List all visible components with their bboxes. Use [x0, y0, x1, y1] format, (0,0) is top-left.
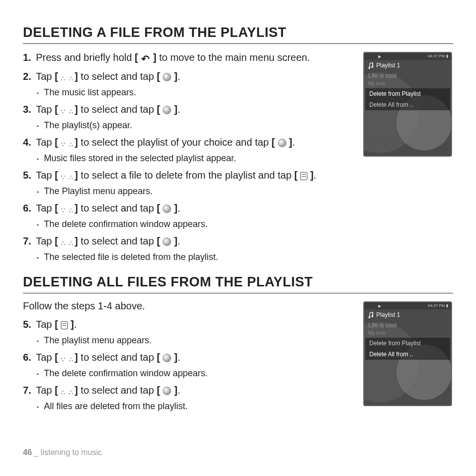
- chapter-name: listening to music: [41, 448, 102, 457]
- steps-section2: Follow the steps 1-4 above. 5.Tap [ ].Th…: [23, 300, 351, 421]
- step-item: 4.Tap [ ∵∴ ] to select the playlist of y…: [23, 136, 351, 149]
- page-footer: 46 _ listening to music: [23, 448, 102, 457]
- step-sub: All files are deleted from the playlist.: [23, 401, 351, 412]
- footer-sep: _: [32, 448, 41, 457]
- battery-icon: ▮: [446, 303, 448, 308]
- step-sub: The playlist menu appears.: [23, 335, 351, 346]
- device2-time: 04:27 PM: [428, 303, 445, 308]
- step-sub: The Playlist menu appears.: [23, 186, 351, 197]
- step-sub: The playlist(s) appear.: [23, 120, 351, 131]
- step-item: 5.Tap [ ∵∴ ] to select a file to delete …: [23, 169, 351, 182]
- steps-section1: 1.Press and briefly hold [ ↶ ] to move t…: [23, 51, 351, 271]
- device1-menu0: Delete from Playlist: [365, 88, 450, 99]
- device2-row1: My love: [364, 330, 451, 337]
- step-sub: The music list appears.: [23, 87, 351, 98]
- play-icon: ▶: [378, 304, 381, 308]
- step-sub: The delete confirmation window appears.: [23, 219, 351, 230]
- step-item: 1.Press and briefly hold [ ↶ ] to move t…: [23, 51, 351, 66]
- device-screenshot-1: ▶ 04:27 PM ▮ Playlist 1 Life is cool My …: [363, 52, 453, 271]
- device1-menu1: Delete All from ..: [365, 99, 450, 110]
- step-item: 5.Tap [ ].: [23, 318, 351, 331]
- section2-intro: Follow the steps 1-4 above.: [23, 300, 351, 312]
- device2-row0: Life is cool: [364, 320, 451, 330]
- step-item: 6.Tap [ ∵∴ ] to select and tap [ ].: [23, 351, 351, 364]
- device2-title: Playlist 1: [376, 311, 400, 318]
- heading-delete-file: DELETING A FILE FROM THE PLAYLIST: [23, 25, 453, 44]
- step-item: 6.Tap [ ∵∴ ] to select and tap [ ].: [23, 202, 351, 215]
- battery-icon: ▮: [446, 54, 448, 58]
- step-item: 2.Tap [ ∴∴ ] to select and tap [ ].: [23, 70, 351, 83]
- device1-row0: Life is cool: [364, 71, 451, 81]
- music-note-icon: [367, 311, 374, 318]
- play-icon: ▶: [378, 54, 381, 59]
- music-note-icon: [367, 62, 374, 69]
- heading-delete-all: DELETING ALL FILES FROM THE PLAYLIST: [23, 274, 453, 293]
- step-item: 7.Tap [ ∴∴ ] to select and tap [ ].: [23, 235, 351, 248]
- step-item: 7.Tap [ ∴∴ ] to select and tap [ ].: [23, 384, 351, 397]
- step-sub: The selected file is deleted from the pl…: [23, 252, 351, 262]
- page-number: 46: [23, 448, 32, 457]
- device1-time: 04:27 PM: [428, 54, 445, 58]
- device1-title: Playlist 1: [376, 62, 400, 69]
- device1-row1: My love: [364, 81, 451, 88]
- device-screenshot-2: ▶ 04:27 PM ▮ Playlist 1 Life is cool My …: [363, 301, 453, 421]
- step-item: 3.Tap [ ∵∴ ] to select and tap [ ].: [23, 103, 351, 116]
- device2-menu0: Delete from Playlist: [365, 338, 450, 349]
- step-sub: The delete confirmation window appears.: [23, 368, 351, 379]
- device2-menu1: Delete All from ..: [365, 349, 450, 360]
- step-sub: Music files stored in the selected playl…: [23, 153, 351, 164]
